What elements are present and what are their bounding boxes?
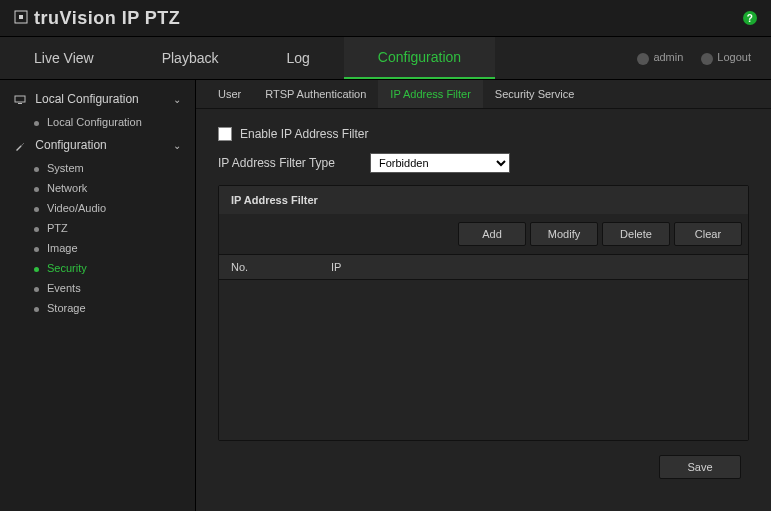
sidebar-item-local-configuration[interactable]: Local Configuration	[0, 112, 195, 132]
sidebar-group-label: Local Configuration	[35, 92, 138, 106]
nav-logout-link[interactable]: Logout	[701, 51, 751, 64]
enable-ip-filter-label: Enable IP Address Filter	[240, 127, 369, 141]
nav-tab-log[interactable]: Log	[252, 37, 343, 79]
nav-user-area: admin Logout	[637, 37, 771, 79]
panel-footer: Save	[218, 441, 749, 493]
svg-rect-3	[18, 103, 22, 104]
logout-icon	[701, 53, 713, 65]
wrench-icon	[14, 140, 26, 152]
subtabs: User RTSP Authentication IP Address Filt…	[196, 80, 771, 109]
sidebar-item-video-audio[interactable]: Video/Audio	[0, 198, 195, 218]
main-nav: Live View Playback Log Configuration adm…	[0, 37, 771, 80]
filter-type-label: IP Address Filter Type	[218, 156, 348, 170]
sidebar-item-label: PTZ	[47, 222, 68, 234]
sidebar-item-label: Events	[47, 282, 81, 294]
brand-logo-icon	[14, 8, 28, 29]
chevron-down-icon: ⌄	[173, 140, 181, 151]
delete-button[interactable]: Delete	[602, 222, 670, 246]
svg-rect-1	[19, 15, 23, 19]
svg-rect-2	[15, 96, 25, 102]
ip-table-header: No. IP	[219, 254, 748, 280]
sidebar: Local Configuration ⌄ Local Configuratio…	[0, 80, 196, 511]
sidebar-item-label: Storage	[47, 302, 86, 314]
sidebar-item-image[interactable]: Image	[0, 238, 195, 258]
sidebar-item-label: Network	[47, 182, 87, 194]
nav-user-link[interactable]: admin	[637, 51, 683, 64]
subtab-security-service[interactable]: Security Service	[483, 80, 586, 108]
enable-ip-filter-checkbox[interactable]	[218, 127, 232, 141]
subtab-rtsp-authentication[interactable]: RTSP Authentication	[253, 80, 378, 108]
sidebar-group-configuration[interactable]: Configuration ⌄	[0, 132, 195, 158]
sidebar-item-label: Security	[47, 262, 87, 274]
brand-name: truVision IP PTZ	[34, 8, 180, 29]
nav-logout-label: Logout	[717, 51, 751, 63]
brand-bar: truVision IP PTZ ?	[0, 0, 771, 37]
modify-button[interactable]: Modify	[530, 222, 598, 246]
sidebar-item-security[interactable]: Security	[0, 258, 195, 278]
chevron-down-icon: ⌄	[173, 94, 181, 105]
add-button[interactable]: Add	[458, 222, 526, 246]
clear-button[interactable]: Clear	[674, 222, 742, 246]
col-no: No.	[231, 261, 331, 273]
sidebar-group-local-configuration[interactable]: Local Configuration ⌄	[0, 86, 195, 112]
monitor-icon	[14, 94, 26, 106]
ip-filter-panel: Enable IP Address Filter IP Address Filt…	[196, 109, 771, 511]
ip-filter-title: IP Address Filter	[219, 186, 748, 214]
col-ip: IP	[331, 261, 736, 273]
sidebar-item-events[interactable]: Events	[0, 278, 195, 298]
sidebar-item-system[interactable]: System	[0, 158, 195, 178]
nav-tab-configuration[interactable]: Configuration	[344, 37, 495, 79]
ip-filter-toolbar: Add Modify Delete Clear	[219, 214, 748, 254]
save-button[interactable]: Save	[659, 455, 741, 479]
filter-type-select[interactable]: Forbidden	[370, 153, 510, 173]
user-icon	[637, 53, 649, 65]
nav-tab-playback[interactable]: Playback	[128, 37, 253, 79]
content-area: User RTSP Authentication IP Address Filt…	[196, 80, 771, 511]
sidebar-item-label: Video/Audio	[47, 202, 106, 214]
sidebar-item-network[interactable]: Network	[0, 178, 195, 198]
sidebar-item-storage[interactable]: Storage	[0, 298, 195, 318]
nav-tab-live-view[interactable]: Live View	[0, 37, 128, 79]
sidebar-item-label: Local Configuration	[47, 116, 142, 128]
sidebar-item-label: System	[47, 162, 84, 174]
sidebar-group-label: Configuration	[35, 138, 106, 152]
sidebar-item-label: Image	[47, 242, 78, 254]
help-icon[interactable]: ?	[743, 11, 757, 25]
ip-filter-box: IP Address Filter Add Modify Delete Clea…	[218, 185, 749, 441]
subtab-ip-address-filter[interactable]: IP Address Filter	[378, 80, 483, 108]
sidebar-item-ptz[interactable]: PTZ	[0, 218, 195, 238]
nav-user-label: admin	[653, 51, 683, 63]
ip-table-body	[219, 280, 748, 440]
subtab-user[interactable]: User	[206, 80, 253, 108]
